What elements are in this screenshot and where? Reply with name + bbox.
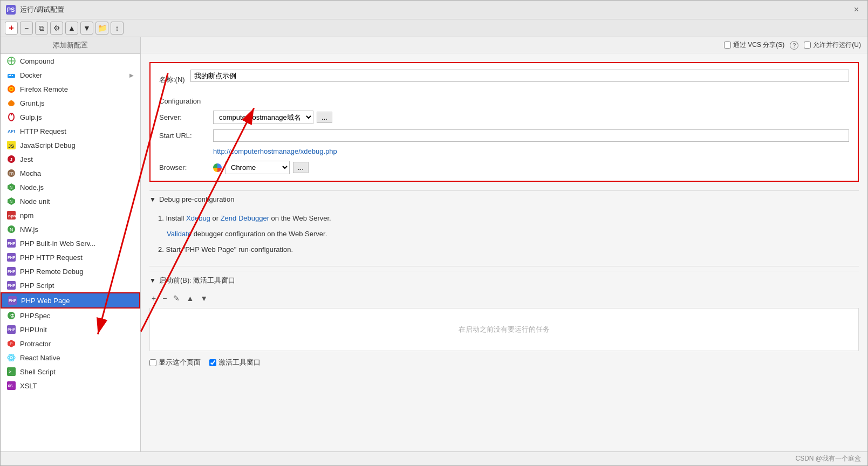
copy-config-button[interactable]: ⧉ — [35, 22, 48, 35]
move-up-button[interactable]: ▲ — [65, 22, 78, 35]
allow-parallel-checkbox[interactable] — [804, 42, 811, 49]
react-native-label: React Native — [20, 354, 134, 362]
sidebar-item-firefox-remote[interactable]: Firefox Remote — [1, 82, 140, 96]
sidebar-item-nwjs[interactable]: NNW.js — [1, 222, 140, 236]
nodeunit-icon: N — [7, 197, 16, 205]
svg-text:PHP: PHP — [8, 242, 16, 245]
sidebar-item-nodeunit[interactable]: NNode unit — [1, 194, 140, 208]
sidebar-item-react-native[interactable]: React Native — [1, 351, 140, 365]
sidebar-item-php-builtin[interactable]: PHPPHP Built-in Web Serv... — [1, 236, 140, 250]
sidebar-item-php-remote[interactable]: PHPPHP Remote Debug — [1, 264, 140, 278]
protractor-icon: P — [7, 339, 16, 348]
server-select[interactable]: computerhostmanage域名 — [213, 111, 313, 124]
php-builtin-label: PHP Built-in Web Serv... — [20, 239, 134, 248]
svg-text:N: N — [10, 186, 12, 189]
sidebar-item-phpunit[interactable]: PHPPHPUnit — [1, 323, 140, 337]
title-bar-left: PS 运行/调试配置 — [6, 5, 64, 15]
browser-ellipsis-button[interactable]: ... — [293, 162, 309, 173]
nodejs-icon: N — [7, 183, 16, 191]
before-launch-down-button[interactable]: ▼ — [198, 293, 210, 304]
folder-button[interactable]: 📁 — [95, 22, 108, 35]
sidebar-item-php-http[interactable]: PHPPHP HTTP Request — [1, 250, 140, 264]
server-ellipsis-button[interactable]: ... — [317, 112, 332, 123]
phpspec-label: PHPSpec — [20, 312, 134, 320]
sidebar-item-gruntjs[interactable]: Grunt.js — [1, 96, 140, 110]
sidebar-item-http-request[interactable]: APIHTTP Request — [1, 124, 140, 138]
close-button[interactable]: × — [851, 4, 862, 16]
move-down-button[interactable]: ▼ — [80, 22, 93, 35]
sidebar-header: 添加新配置 — [1, 37, 140, 54]
javascript-debug-label: JavaScript Debug — [20, 141, 134, 149]
gruntjs-icon — [7, 99, 16, 107]
sidebar-item-protractor[interactable]: PProtractor — [1, 337, 140, 351]
settings-button[interactable]: ⚙ — [50, 22, 63, 35]
before-launch-arrow-icon: ▼ — [149, 277, 156, 284]
php-remote-label: PHP Remote Debug — [20, 268, 134, 276]
sort-button[interactable]: ↕ — [111, 22, 124, 35]
before-launch-add-button[interactable]: + — [149, 293, 158, 304]
sidebar-item-javascript-debug[interactable]: JSJavaScript Debug — [1, 138, 140, 152]
shell-script-label: Shell Script — [20, 368, 134, 376]
sidebar-item-xslt[interactable]: XSXSLT — [1, 379, 140, 393]
help-icon[interactable]: ? — [790, 41, 798, 50]
show-page-label[interactable]: 显示这个页面 — [149, 358, 201, 367]
before-launch-edit-button[interactable]: ✎ — [171, 293, 182, 304]
sidebar-item-docker[interactable]: Docker▶ — [1, 68, 140, 82]
svg-text:PHP: PHP — [8, 328, 16, 332]
xdebug-link[interactable]: Xdebug — [186, 214, 210, 222]
sidebar-item-compound[interactable]: Compound — [1, 54, 140, 68]
browser-select[interactable]: Chrome — [225, 161, 290, 174]
sidebar-item-mocha[interactable]: mMocha — [1, 166, 140, 180]
activate-window-checkbox[interactable] — [209, 359, 216, 366]
php-remote-icon: PHP — [7, 267, 16, 276]
svg-point-10 — [10, 88, 12, 90]
before-launch-header[interactable]: ▼ 启动前(B): 激活工具窗口 — [149, 271, 859, 289]
firefox-remote-icon — [7, 85, 16, 93]
zend-debugger-link[interactable]: Zend Debugger — [221, 214, 269, 222]
debug-step1b: Validate debugger configuration on the W… — [158, 229, 859, 240]
svg-text:N: N — [10, 227, 13, 232]
sidebar-item-php-web-page[interactable]: PHPPHP Web Page — [1, 292, 140, 309]
nodeunit-label: Node unit — [20, 197, 134, 205]
sidebar-item-npm[interactable]: npmnpm — [1, 208, 140, 222]
before-launch-up-button[interactable]: ▲ — [184, 293, 196, 304]
before-launch-remove-button[interactable]: − — [160, 293, 169, 304]
php-http-label: PHP HTTP Request — [20, 253, 134, 262]
php-script-icon: PHP — [7, 281, 16, 290]
sidebar-item-php-script[interactable]: PHPPHP Script — [1, 278, 140, 292]
validate-link[interactable]: Validate — [167, 230, 192, 238]
activate-window-label[interactable]: 激活工具窗口 — [209, 358, 261, 367]
vcs-share-checkbox[interactable] — [724, 42, 731, 49]
firefox-remote-label: Firefox Remote — [20, 85, 134, 93]
sidebar-item-jest[interactable]: JJest — [1, 152, 140, 166]
remove-config-button[interactable]: − — [20, 22, 33, 35]
sidebar-item-nodejs[interactable]: NNode.js — [1, 180, 140, 194]
url-hint-link[interactable]: http://computerhostmanage/xdebug.php — [213, 147, 849, 155]
xslt-label: XSLT — [20, 382, 134, 390]
php-web-page-label: PHP Web Page — [21, 297, 133, 305]
name-input[interactable]: 我的断点示例 — [190, 70, 849, 82]
show-page-checkbox[interactable] — [149, 359, 156, 366]
browser-value: Chrome ... — [213, 161, 849, 174]
svg-text:PHP: PHP — [8, 284, 16, 287]
run-debug-config-dialog: PS 运行/调试配置 × + − ⧉ ⚙ ▲ ▼ 📁 ↕ 添加新配置 Compo… — [0, 0, 868, 466]
sidebar-item-shell-script[interactable]: >_Shell Script — [1, 365, 140, 379]
dialog-footer: CSDN @我有一个庭盒 — [1, 451, 867, 465]
name-label: 名称:(N) — [159, 75, 185, 85]
start-url-input[interactable]: /xdebug.php — [213, 129, 849, 142]
vcs-share-label[interactable]: 通过 VCS 分享(S) — [724, 40, 784, 50]
svg-text:PHP: PHP — [8, 256, 16, 259]
svg-text:>_: >_ — [9, 369, 15, 374]
debug-preconfig-section[interactable]: ▼ Debug pre-configuration — [149, 190, 859, 207]
svg-text:PHP: PHP — [9, 299, 17, 303]
react-native-icon — [7, 353, 16, 362]
sidebar-item-phpspec[interactable]: ⚗PHPSpec — [1, 309, 140, 323]
sidebar-item-gulpjs[interactable]: Gulp.js — [1, 110, 140, 124]
allow-parallel-label[interactable]: 允许并行运行(U) — [804, 40, 861, 50]
add-config-button[interactable]: + — [5, 22, 18, 35]
svg-text:XS: XS — [8, 384, 13, 388]
debug-step1: 1. Install Xdebug or Zend Debugger on th… — [158, 213, 859, 224]
toolbar: + − ⧉ ⚙ ▲ ▼ 📁 ↕ — [1, 19, 867, 37]
xslt-icon: XS — [7, 381, 16, 390]
main-content: 添加新配置 CompoundDocker▶Firefox RemoteGrunt… — [1, 37, 867, 451]
